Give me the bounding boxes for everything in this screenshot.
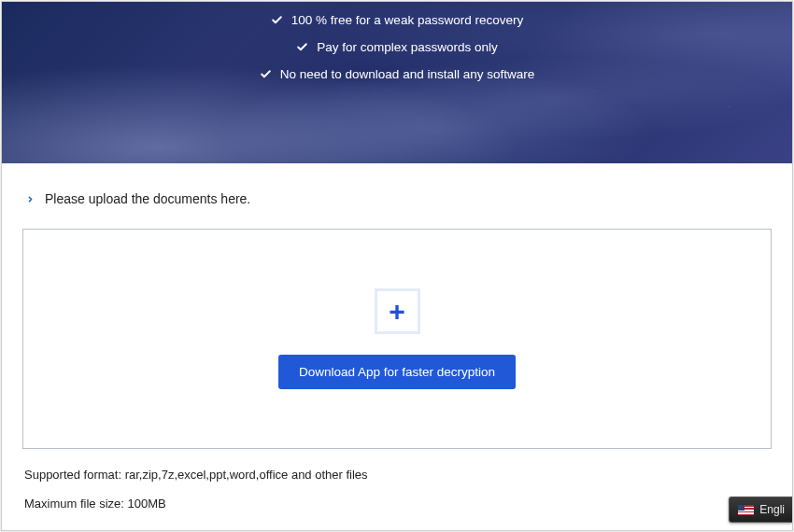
hero-banner: 100 % free for a weak password recovery … xyxy=(2,2,792,163)
download-app-button[interactable]: Download App for faster decryption xyxy=(278,355,516,389)
feature-item: 100 % free for a weak password recovery xyxy=(2,7,792,34)
add-file-button[interactable]: + xyxy=(375,288,420,334)
check-icon xyxy=(271,14,283,26)
plus-icon: + xyxy=(389,298,405,326)
feature-text: 100 % free for a weak password recovery xyxy=(291,13,523,27)
feature-text: No need to download and install any soft… xyxy=(280,67,534,81)
upload-dropzone[interactable]: + Download App for faster decryption xyxy=(22,229,772,449)
feature-item: No need to download and install any soft… xyxy=(2,61,792,88)
page-container: 100 % free for a weak password recovery … xyxy=(1,1,793,531)
feature-item: Pay for complex passwords only xyxy=(2,34,792,61)
us-flag-icon xyxy=(738,505,754,515)
content-area: Please upload the documents here. + Down… xyxy=(2,163,792,511)
upload-section-header: Please upload the documents here. xyxy=(22,191,772,206)
language-selector[interactable]: Engli xyxy=(729,497,792,523)
chevron-right-icon xyxy=(26,193,35,205)
language-label: Engli xyxy=(759,503,785,516)
check-icon xyxy=(260,68,272,80)
supported-formats-text: Supported format: rar,zip,7z,excel,ppt,w… xyxy=(22,468,772,482)
feature-text: Pay for complex passwords only xyxy=(317,40,498,54)
upload-heading: Please upload the documents here. xyxy=(45,191,250,206)
check-icon xyxy=(296,41,308,53)
max-filesize-text: Maximum file size: 100MB xyxy=(22,497,772,511)
